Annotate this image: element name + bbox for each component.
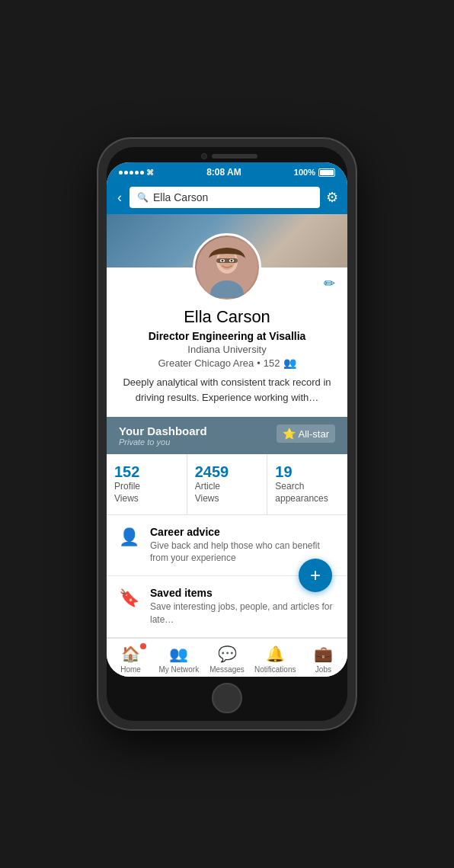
jobs-label: Jobs (315, 665, 331, 674)
nav-home[interactable]: 🏠 Home (107, 645, 155, 674)
search-appearances-label: Searchappearances (275, 481, 340, 504)
notch-area (107, 147, 347, 162)
stat-search-appearances[interactable]: 19 Searchappearances (267, 454, 347, 514)
nav-messages[interactable]: 💬 Messages (203, 645, 251, 674)
search-appearances-number: 19 (275, 463, 340, 481)
fab-button[interactable]: + (299, 559, 332, 592)
messages-icon: 💬 (218, 645, 237, 663)
notifications-icon: 🔔 (266, 645, 285, 663)
saved-items-content: Saved items Save interesting jobs, peopl… (150, 587, 335, 626)
stats-row: 152 ProfileViews 2459 ArticleViews 19 Se… (107, 454, 347, 514)
dashboard-header: Your Dashboard Private to you ⭐ All-star (107, 417, 347, 454)
signal-dots (119, 171, 144, 175)
star-icon: ⭐ (283, 428, 296, 440)
profile-views-label: ProfileViews (114, 481, 179, 504)
list-section: 👤 Career advice Give back and help those… (107, 515, 347, 638)
wifi-icon: ⌘ (146, 168, 154, 177)
messages-label: Messages (209, 665, 245, 674)
speaker-bar (212, 154, 257, 159)
profile-views-number: 152 (114, 463, 179, 481)
notifications-label: Notifications (254, 665, 296, 674)
home-button-area (107, 677, 347, 721)
avatar-wrapper (193, 233, 261, 302)
bottom-nav: 🏠 Home 👥 My Network 💬 Messages 🔔 Notific… (107, 638, 347, 677)
avatar-image (197, 237, 257, 298)
svg-point-7 (222, 260, 224, 262)
home-label: Home (120, 665, 141, 674)
article-views-label: ArticleViews (195, 481, 260, 504)
profile-bio: Deeply analytical with consistent track … (119, 375, 335, 405)
nav-jobs[interactable]: 💼 Jobs (299, 645, 347, 674)
saved-items-desc: Save interesting jobs, people, and artic… (150, 601, 335, 626)
career-advice-content: Career advice Give back and help those w… (150, 526, 335, 565)
connections-icon: 👥 (283, 357, 296, 369)
nav-notifications[interactable]: 🔔 Notifications (251, 645, 299, 674)
top-nav-bar: ‹ 🔍 Ella Carson ⚙ (107, 181, 347, 214)
saved-items-icon: 🔖 (119, 588, 139, 608)
camera-dot (201, 153, 207, 159)
dashboard-subtitle: Private to you (119, 437, 207, 447)
status-left: ⌘ (119, 168, 154, 177)
svg-point-8 (231, 260, 233, 262)
my-network-label: My Network (158, 665, 199, 674)
back-button[interactable]: ‹ (116, 188, 123, 207)
profile-school: Indiana University (119, 344, 335, 355)
article-views-number: 2459 (195, 463, 260, 481)
nav-my-network[interactable]: 👥 My Network (155, 645, 203, 674)
profile-title: Director Engineering at Visallia (119, 330, 335, 342)
home-button[interactable] (212, 683, 242, 713)
home-icon: 🏠 (121, 645, 140, 663)
battery-icon (318, 168, 335, 177)
profile-name: Ella Carson (119, 307, 335, 327)
profile-location: Greater Chicago Area • 152 👥 (119, 357, 335, 369)
phone-screen: ⌘ 8:08 AM 100% ‹ 🔍 Ella Carson ⚙ (107, 162, 347, 676)
dashboard-title: Your Dashboard (119, 424, 207, 437)
dashboard-title-area: Your Dashboard Private to you (119, 424, 207, 447)
my-network-icon: 👥 (169, 645, 188, 663)
avatar[interactable] (193, 233, 261, 302)
settings-icon[interactable]: ⚙ (326, 189, 338, 206)
fab-icon: + (310, 565, 321, 586)
career-advice-title: Career advice (150, 526, 335, 538)
main-content: ✏ Ella Carson Director Engineering at Vi… (107, 214, 347, 676)
svg-rect-4 (216, 258, 238, 263)
edit-profile-button[interactable]: ✏ (324, 275, 335, 292)
status-right: 100% (294, 168, 335, 177)
all-star-button[interactable]: ⭐ All-star (277, 424, 335, 443)
status-time: 8:08 AM (206, 167, 241, 178)
search-field-value[interactable]: Ella Carson (153, 191, 208, 203)
search-box[interactable]: 🔍 Ella Carson (129, 187, 320, 208)
jobs-icon: 💼 (314, 645, 333, 663)
home-badge (140, 643, 146, 649)
status-bar: ⌘ 8:08 AM 100% (107, 162, 347, 181)
battery-percent: 100% (294, 168, 315, 177)
all-star-label: All-star (299, 428, 329, 440)
stat-profile-views[interactable]: 152 ProfileViews (107, 454, 187, 514)
career-advice-icon: 👤 (119, 527, 139, 547)
phone-frame: ⌘ 8:08 AM 100% ‹ 🔍 Ella Carson ⚙ (98, 138, 356, 729)
profile-card: ✏ Ella Carson Director Engineering at Vi… (107, 267, 347, 417)
stat-article-views[interactable]: 2459 ArticleViews (187, 454, 268, 514)
search-icon: 🔍 (137, 192, 149, 203)
